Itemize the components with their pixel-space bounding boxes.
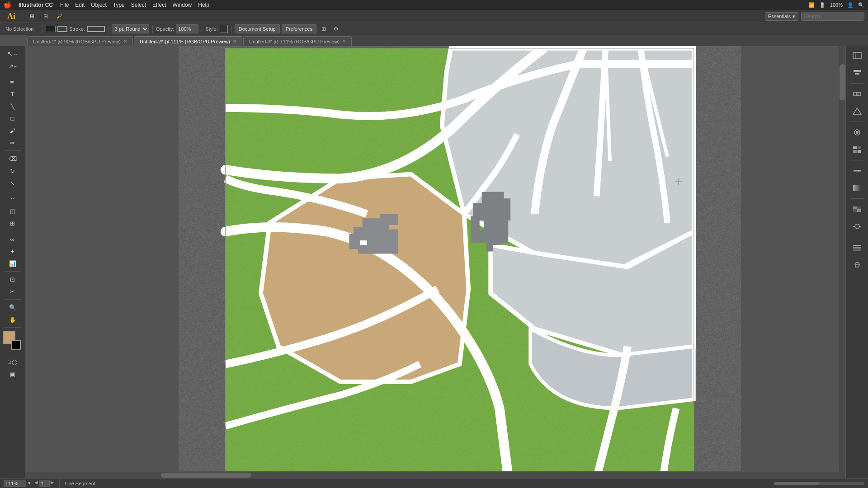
direct-select-tool[interactable]: ↗▸ xyxy=(2,60,24,72)
apple-icon[interactable]: 🍎 xyxy=(4,1,11,9)
transparency-btn[interactable] xyxy=(849,202,866,217)
user-icon: 👤 xyxy=(847,2,854,8)
sep7 xyxy=(5,327,21,328)
opacity-input[interactable] xyxy=(176,24,198,33)
selection-tool[interactable]: ↖↔ xyxy=(2,48,24,60)
artboard-tool[interactable]: ⊡ xyxy=(2,273,24,285)
tab-close-1[interactable]: ✕ xyxy=(123,39,127,44)
progress-area xyxy=(774,482,864,485)
align-panel-btn[interactable] xyxy=(849,65,866,80)
menu-window[interactable]: Window xyxy=(173,2,192,8)
column-graph-tool[interactable]: 📊 xyxy=(2,258,24,269)
menu-help[interactable]: Help xyxy=(198,2,209,8)
system-tray: 📶 🔋 100% 👤 🔍 xyxy=(808,2,864,8)
mesh-tool[interactable]: ⊞ xyxy=(2,217,24,229)
hand-tool[interactable]: ✋ xyxy=(2,314,24,325)
tab-close-3[interactable]: ✕ xyxy=(342,39,346,44)
brush-btn[interactable]: 🖌 xyxy=(54,11,65,22)
tab-close-2[interactable]: ✕ xyxy=(233,39,236,44)
scroll-bottom[interactable] xyxy=(25,471,839,478)
appearance-btn[interactable] xyxy=(849,219,866,234)
rotate-tool[interactable]: ↻ xyxy=(2,165,24,177)
arrange-btn[interactable]: ⊞ xyxy=(27,11,38,22)
svg-rect-37 xyxy=(853,146,857,149)
zoom-dropdown-icon[interactable]: ▾ xyxy=(28,480,31,486)
canvas-area[interactable] xyxy=(25,46,845,478)
type-tool[interactable]: T xyxy=(2,88,24,100)
stroke-panel-btn[interactable] xyxy=(849,163,866,178)
symbol-tool[interactable]: ✦ xyxy=(2,245,24,257)
settings-icon[interactable]: ⚙ xyxy=(331,23,342,34)
page-input[interactable]: 1 xyxy=(39,480,50,487)
stroke-color-box[interactable] xyxy=(57,26,67,32)
scroll-right[interactable] xyxy=(839,46,845,478)
menu-type[interactable]: Type xyxy=(113,2,125,8)
transform-panel-btn[interactable] xyxy=(849,48,866,63)
shape-tool[interactable]: □ xyxy=(2,113,24,124)
essentials-button[interactable]: Essentials ▾ xyxy=(765,12,798,21)
links-btn[interactable] xyxy=(849,257,866,272)
style-swatch[interactable] xyxy=(220,25,228,33)
menu-effect[interactable]: Effect xyxy=(152,2,166,8)
stroke-size-select[interactable]: 3 pt. Round 1 pt. 2 pt. 5 pt. xyxy=(112,24,149,33)
menu-edit[interactable]: Edit xyxy=(75,2,85,8)
right-panel xyxy=(845,46,868,478)
tabs-bar: Untitled-1* @ 90% (RGB/GPU Preview) ✕ Un… xyxy=(27,35,868,46)
color-panel-btn[interactable] xyxy=(849,125,866,140)
sep5 xyxy=(5,271,21,272)
zoom-input[interactable]: 111% xyxy=(4,480,26,487)
search-input[interactable] xyxy=(801,12,864,21)
stroke-box[interactable] xyxy=(11,340,21,350)
menu-select[interactable]: Select xyxy=(131,2,146,8)
tab-untitled1[interactable]: Untitled-1* @ 90% (RGB/GPU Preview) ✕ xyxy=(27,36,133,46)
svg-rect-52 xyxy=(853,249,861,251)
fill-stroke-icons[interactable]: □◯ xyxy=(2,356,24,368)
swatches-btn[interactable] xyxy=(849,142,866,157)
scale-tool[interactable]: ⤡ xyxy=(2,177,24,189)
color-area[interactable] xyxy=(3,331,23,350)
eraser-tool[interactable]: ⌫ xyxy=(2,153,24,164)
selection-label: No Selection xyxy=(3,25,39,33)
view-btn[interactable]: ⊟ xyxy=(40,11,51,22)
search-icon[interactable]: 🔍 xyxy=(858,2,864,8)
pen-tool[interactable]: ✒ xyxy=(2,76,24,88)
fill-color-box[interactable] xyxy=(46,26,56,32)
system-bar: 🍎 Illustrator CC File Edit Object Type S… xyxy=(0,0,868,10)
slice-tool[interactable]: ✂ xyxy=(2,286,24,297)
sep5 xyxy=(850,237,864,237)
menu-object[interactable]: Object xyxy=(91,2,107,8)
svg-rect-38 xyxy=(858,146,861,149)
gradient-panel-btn[interactable] xyxy=(849,180,866,196)
pencil-tool[interactable]: ✏ xyxy=(2,137,24,149)
sep2 xyxy=(850,122,864,122)
layers-btn[interactable] xyxy=(849,240,866,255)
stroke-swatch[interactable] xyxy=(87,26,105,32)
shape-builder-btn[interactable] xyxy=(849,103,866,119)
svg-rect-11 xyxy=(380,214,398,225)
next-page-btn[interactable]: ▶ xyxy=(51,480,54,487)
blend-tool[interactable]: ∞ xyxy=(2,233,24,245)
svg-rect-53 xyxy=(855,265,859,267)
document-setup-button[interactable]: Document Setup xyxy=(235,24,280,33)
prev-page-btn[interactable]: ◀ xyxy=(34,480,38,487)
arrange-icon[interactable]: ⊞ xyxy=(318,23,329,34)
sep4 xyxy=(850,198,864,199)
stroke-label: Stroke: xyxy=(69,26,85,32)
sep6 xyxy=(5,299,21,300)
preferences-button[interactable]: Preferences xyxy=(282,24,316,33)
pathfinder-btn[interactable] xyxy=(849,86,866,102)
paintbrush-tool[interactable]: 🖌 xyxy=(2,125,24,136)
tab-untitled2[interactable]: Untitled-2* @ 111% (RGB/GPU Preview) ✕ xyxy=(134,36,242,46)
gradient-tool[interactable]: ◫ xyxy=(2,205,24,217)
line-tool[interactable]: ╲ xyxy=(2,100,24,112)
menu-file[interactable]: File xyxy=(60,2,69,8)
svg-rect-33 xyxy=(856,92,861,96)
sep xyxy=(850,83,864,84)
sep3 xyxy=(5,191,21,191)
warp-tool[interactable]: 〰 xyxy=(2,193,24,205)
tab-untitled3[interactable]: Untitled-3* @ 111% (RGB/GPU Preview) ✕ xyxy=(243,36,352,46)
screen-mode[interactable]: ▣ xyxy=(2,368,24,380)
svg-rect-45 xyxy=(853,209,857,212)
zoom-tool[interactable]: 🔍 xyxy=(2,301,24,313)
svg-rect-44 xyxy=(857,209,861,212)
